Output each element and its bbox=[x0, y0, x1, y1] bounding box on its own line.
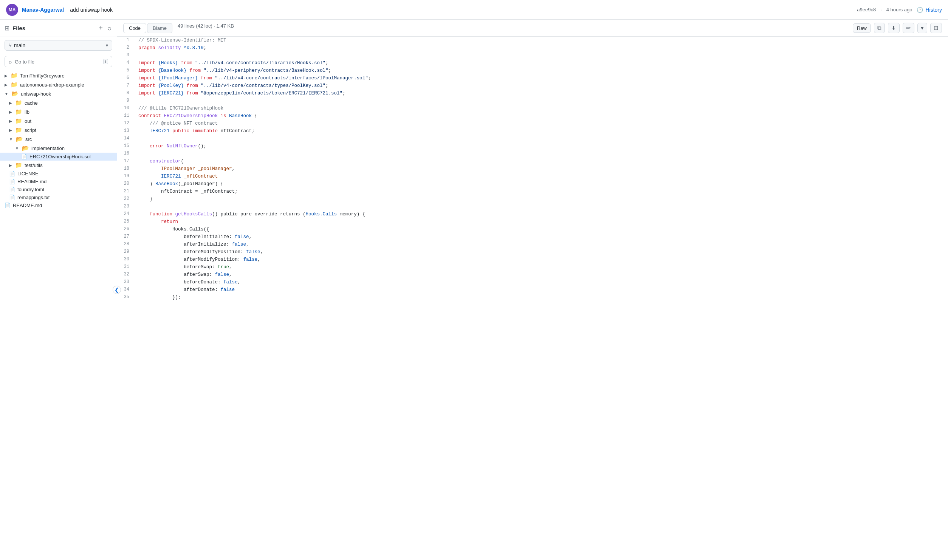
sidebar-header: ⊞ Files + ⌕ bbox=[0, 20, 117, 37]
chevron-right-icon: ▶ bbox=[9, 110, 12, 114]
raw-button[interactable]: Raw bbox=[853, 23, 871, 33]
table-row: 19 IERC721 _nftContract bbox=[117, 173, 948, 180]
new-file-button[interactable]: + bbox=[98, 23, 104, 33]
top-bar: MA Manav-Aggarwal add uniswap hook a9ee9… bbox=[0, 0, 948, 20]
chevron-right-icon: ▶ bbox=[9, 163, 12, 167]
chevron-down-icon: ▼ bbox=[9, 137, 13, 141]
more-button[interactable]: ▾ bbox=[917, 23, 927, 33]
search-button[interactable]: ⌕ bbox=[107, 23, 112, 33]
sidebar-item-test-utils[interactable]: ▶ 📁 test/utils bbox=[0, 161, 117, 170]
sidebar-item-readme-root[interactable]: 📄 README.md bbox=[0, 201, 117, 209]
branch-selector[interactable]: ⑂ main ▾ bbox=[5, 40, 112, 51]
table-row: 5import {BaseHook} from "../lib/v4-perip… bbox=[117, 67, 948, 74]
file-icon: 📄 bbox=[9, 171, 15, 176]
history-button[interactable]: 🕐 History bbox=[917, 7, 942, 13]
search-box[interactable]: ⌕ Go to file t bbox=[5, 56, 112, 67]
main-layout: ⊞ Files + ⌕ ⑂ main ▾ ⌕ Go to file t ▶ 📁 … bbox=[0, 20, 948, 560]
line-content: beforeDonate: false, bbox=[135, 278, 948, 286]
line-content: import {Hooks} from "../lib/v4-core/cont… bbox=[135, 59, 948, 67]
table-row: 4import {Hooks} from "../lib/v4-core/con… bbox=[117, 59, 948, 67]
line-content: error NotNftOwner(); bbox=[135, 142, 948, 150]
folder-icon: 📁 bbox=[11, 72, 18, 79]
table-row: 6import {IPoolManager} from "../lib/v4-c… bbox=[117, 74, 948, 82]
sidebar-item-src[interactable]: ▼ 📂 src bbox=[0, 135, 117, 144]
content-area: Code Blame 49 lines (42 loc) · 1.47 KB R… bbox=[117, 20, 948, 560]
line-content: contract ERC721OwnershipHook is BaseHook… bbox=[135, 112, 948, 120]
line-content: function getHooksCalls() public pure ove… bbox=[135, 210, 948, 218]
folder-icon: 📁 bbox=[15, 99, 22, 106]
tab-blame[interactable]: Blame bbox=[147, 23, 172, 33]
line-number: 26 bbox=[117, 226, 135, 233]
line-number: 19 bbox=[117, 173, 135, 180]
code-table: 1// SPDX-License-Identifier: MIT2pragma … bbox=[117, 37, 948, 301]
sidebar-item-TornThriftyGreyware[interactable]: ▶ 📁 TornThriftyGreyware bbox=[0, 71, 117, 80]
line-number: 1 bbox=[117, 37, 135, 44]
sol-file-icon: 📄 bbox=[21, 154, 27, 159]
sidebar-item-out[interactable]: ▶ 📁 out bbox=[0, 116, 117, 125]
sidebar-item-implementation[interactable]: ▼ 📂 implementation bbox=[0, 144, 117, 153]
table-row: 32 afterSwap: false, bbox=[117, 271, 948, 278]
sidebar-item-script[interactable]: ▶ 📁 script bbox=[0, 125, 117, 135]
sidebar-item-erc721-hook-sol[interactable]: 📄 ERC721OwnershipHook.sol bbox=[0, 153, 117, 161]
search-input-placeholder: Go to file bbox=[15, 59, 100, 65]
sidebar-item-cache[interactable]: ▶ 📁 cache bbox=[0, 98, 117, 107]
commit-hash: a9ee9c8 bbox=[857, 7, 876, 12]
table-row: 24 function getHooksCalls() public pure … bbox=[117, 210, 948, 218]
line-number: 13 bbox=[117, 127, 135, 135]
line-number: 22 bbox=[117, 195, 135, 203]
copy-button[interactable]: ⧉ bbox=[874, 23, 885, 33]
chevron-down-icon: ▼ bbox=[5, 92, 8, 96]
folder-open-icon: 📂 bbox=[16, 136, 23, 142]
line-content: return bbox=[135, 218, 948, 226]
commit-message: add uniswap hook bbox=[70, 7, 113, 13]
table-row: 33 beforeDonate: false, bbox=[117, 278, 948, 286]
table-row: 3 bbox=[117, 52, 948, 59]
table-row: 18 IPoolManager _poolManager, bbox=[117, 165, 948, 173]
sidebar-item-readme-inner[interactable]: 📄 README.md bbox=[0, 178, 117, 186]
sidebar-item-lib[interactable]: ▶ 📁 lib bbox=[0, 107, 117, 116]
files-icon: ⊞ bbox=[5, 25, 9, 32]
line-number: 9 bbox=[117, 97, 135, 105]
line-content: /// @notice NFT contract bbox=[135, 120, 948, 127]
line-number: 15 bbox=[117, 142, 135, 150]
download-button[interactable]: ⬇ bbox=[888, 23, 900, 33]
line-content: }); bbox=[135, 294, 948, 301]
line-number: 16 bbox=[117, 150, 135, 158]
line-number: 3 bbox=[117, 52, 135, 59]
chevron-down-icon: ▼ bbox=[15, 146, 19, 150]
sidebar-header-actions: + ⌕ bbox=[98, 23, 112, 33]
sidebar-collapse-button[interactable]: ❮ bbox=[113, 286, 121, 294]
table-row: 20 ) BaseHook(_poolManager) { bbox=[117, 180, 948, 188]
sidebar-item-uniswap-hook[interactable]: ▼ 📂 uniswap-hook bbox=[0, 89, 117, 98]
line-content: import {IPoolManager} from "../lib/v4-co… bbox=[135, 74, 948, 82]
table-row: 26 Hooks.Calls({ bbox=[117, 226, 948, 233]
table-row: 22 } bbox=[117, 195, 948, 203]
table-row: 21 nftContract = _nftContract; bbox=[117, 188, 948, 195]
line-number: 27 bbox=[117, 233, 135, 241]
time-ago-label: 4 hours ago bbox=[886, 7, 912, 12]
chevron-right-icon: ▶ bbox=[9, 128, 12, 132]
line-content: nftContract = _nftContract; bbox=[135, 188, 948, 195]
table-row: 12 /// @notice NFT contract bbox=[117, 120, 948, 127]
line-content bbox=[135, 150, 948, 158]
table-row: 30 afterModifyPosition: false, bbox=[117, 256, 948, 263]
line-content: import {PoolKey} from "../lib/v4-core/co… bbox=[135, 82, 948, 90]
tab-code[interactable]: Code bbox=[123, 23, 146, 33]
table-row: 1// SPDX-License-Identifier: MIT bbox=[117, 37, 948, 44]
line-content: afterSwap: false, bbox=[135, 271, 948, 278]
sidebar-item-license[interactable]: 📄 LICENSE bbox=[0, 170, 117, 178]
table-row: 10/// @title ERC721OwnershipHook bbox=[117, 105, 948, 112]
line-content bbox=[135, 52, 948, 59]
commit-author[interactable]: Manav-Aggarwal bbox=[22, 7, 64, 13]
code-container[interactable]: 1// SPDX-License-Identifier: MIT2pragma … bbox=[117, 37, 948, 560]
sidebar-item-foundry-toml[interactable]: 📄 foundry.toml bbox=[0, 186, 117, 193]
time-ago: · bbox=[880, 7, 882, 12]
sidebar-item-autonomous-airdrop-example[interactable]: ▶ 📁 autonomous-airdrop-example bbox=[0, 80, 117, 89]
line-content bbox=[135, 203, 948, 210]
edit-button[interactable]: ✏ bbox=[903, 23, 914, 33]
table-row: 14 bbox=[117, 135, 948, 142]
fold-button[interactable]: ⊟ bbox=[930, 23, 942, 33]
sidebar-item-remappings[interactable]: 📄 remappings.txt bbox=[0, 193, 117, 201]
line-content: /// @title ERC721OwnershipHook bbox=[135, 105, 948, 112]
line-number: 7 bbox=[117, 82, 135, 90]
